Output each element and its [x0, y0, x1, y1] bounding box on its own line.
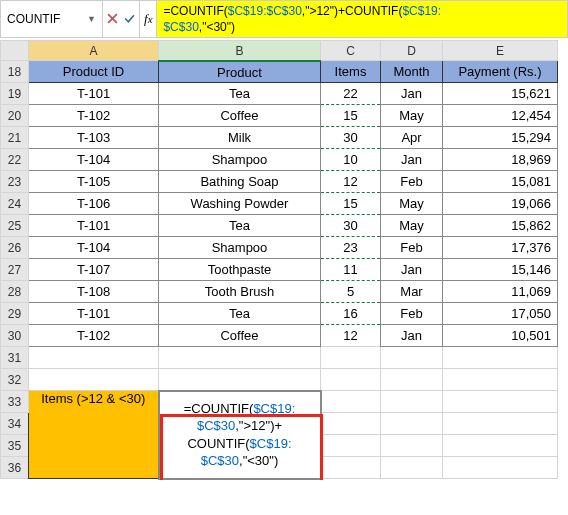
data-cell[interactable]: Bathing Soap [159, 171, 321, 193]
header-cell[interactable]: Month [381, 61, 443, 83]
data-cell[interactable]: Feb [381, 171, 443, 193]
label-cell[interactable]: Items (>12 & <30) [29, 391, 159, 479]
row-header[interactable]: 29 [1, 303, 29, 325]
data-cell[interactable]: T-108 [29, 281, 159, 303]
name-box[interactable]: COUNTIF ▼ [1, 1, 103, 37]
data-cell[interactable]: T-103 [29, 127, 159, 149]
row-header[interactable]: 21 [1, 127, 29, 149]
data-cell[interactable]: May [381, 193, 443, 215]
data-cell[interactable]: Washing Powder [159, 193, 321, 215]
data-cell[interactable]: Apr [381, 127, 443, 149]
header-cell[interactable]: Product ID [29, 61, 159, 83]
data-cell[interactable]: T-104 [29, 149, 159, 171]
data-cell[interactable]: T-101 [29, 303, 159, 325]
data-cell[interactable]: T-101 [29, 215, 159, 237]
data-cell[interactable]: 15,081 [443, 171, 558, 193]
header-cell[interactable]: Payment (Rs.) [443, 61, 558, 83]
data-cell[interactable]: Jan [381, 149, 443, 171]
row-header[interactable]: 33 [1, 391, 29, 413]
data-cell[interactable]: 12 [321, 171, 381, 193]
data-cell[interactable]: 11,069 [443, 281, 558, 303]
header-cell[interactable]: Items [321, 61, 381, 83]
data-cell[interactable]: 5 [321, 281, 381, 303]
row-header[interactable]: 34 [1, 413, 29, 435]
col-header-E[interactable]: E [443, 41, 558, 61]
data-cell[interactable]: 15,862 [443, 215, 558, 237]
data-cell[interactable]: T-105 [29, 171, 159, 193]
data-cell[interactable]: 15,294 [443, 127, 558, 149]
row-header[interactable]: 28 [1, 281, 29, 303]
row-header[interactable]: 20 [1, 105, 29, 127]
row-header[interactable]: 25 [1, 215, 29, 237]
row-header[interactable]: 26 [1, 237, 29, 259]
data-cell[interactable]: 15,621 [443, 83, 558, 105]
data-cell[interactable]: May [381, 105, 443, 127]
row-header[interactable]: 32 [1, 369, 29, 391]
data-cell[interactable]: 15 [321, 105, 381, 127]
data-cell[interactable]: Feb [381, 303, 443, 325]
data-cell[interactable]: Tooth Brush [159, 281, 321, 303]
data-cell[interactable]: Jan [381, 83, 443, 105]
row-header[interactable]: 30 [1, 325, 29, 347]
name-box-dropdown-icon[interactable]: ▼ [87, 14, 96, 24]
row-header[interactable]: 35 [1, 435, 29, 457]
data-cell[interactable]: 30 [321, 215, 381, 237]
data-cell[interactable]: Coffee [159, 105, 321, 127]
data-cell[interactable]: T-102 [29, 325, 159, 347]
data-cell[interactable]: Milk [159, 127, 321, 149]
data-cell[interactable]: Mar [381, 281, 443, 303]
formula-input[interactable]: =COUNTIF($C$19:$C$30,">12")+COUNTIF($C$1… [157, 1, 567, 37]
row-header[interactable]: 22 [1, 149, 29, 171]
data-cell[interactable]: 17,050 [443, 303, 558, 325]
cancel-icon[interactable] [107, 12, 118, 27]
data-cell[interactable]: T-106 [29, 193, 159, 215]
data-cell[interactable]: T-102 [29, 105, 159, 127]
col-header-C[interactable]: C [321, 41, 381, 61]
data-cell[interactable]: Tea [159, 303, 321, 325]
data-cell[interactable]: 11 [321, 259, 381, 281]
spreadsheet-grid[interactable]: A B C D E 18 Product ID Product Items Mo… [0, 40, 558, 480]
data-cell[interactable]: 18,969 [443, 149, 558, 171]
data-cell[interactable]: Coffee [159, 325, 321, 347]
enter-icon[interactable] [124, 12, 135, 27]
data-cell[interactable]: 16 [321, 303, 381, 325]
data-cell[interactable]: Jan [381, 325, 443, 347]
row-header[interactable]: 36 [1, 457, 29, 479]
row-header[interactable]: 23 [1, 171, 29, 193]
data-cell[interactable]: T-107 [29, 259, 159, 281]
corner-cell[interactable] [1, 41, 29, 61]
data-cell[interactable]: 15,146 [443, 259, 558, 281]
name-box-value: COUNTIF [7, 12, 60, 26]
col-header-A[interactable]: A [29, 41, 159, 61]
data-cell[interactable]: 10,501 [443, 325, 558, 347]
row-header[interactable]: 24 [1, 193, 29, 215]
row-header[interactable]: 31 [1, 347, 29, 369]
data-cell[interactable]: Jan [381, 259, 443, 281]
data-cell[interactable]: 12,454 [443, 105, 558, 127]
data-cell[interactable]: T-101 [29, 83, 159, 105]
data-cell[interactable]: T-104 [29, 237, 159, 259]
data-cell[interactable]: 23 [321, 237, 381, 259]
row-header[interactable]: 18 [1, 61, 29, 83]
data-cell[interactable]: 17,376 [443, 237, 558, 259]
col-header-D[interactable]: D [381, 41, 443, 61]
data-cell[interactable]: 22 [321, 83, 381, 105]
data-cell[interactable]: 15 [321, 193, 381, 215]
formula-display-cell[interactable]: =COUNTIF($C$19: $C$30,">12")+ COUNTIF($C… [159, 391, 321, 479]
data-cell[interactable]: 12 [321, 325, 381, 347]
row-header[interactable]: 19 [1, 83, 29, 105]
data-cell[interactable]: 19,066 [443, 193, 558, 215]
header-cell[interactable]: Product [159, 61, 321, 83]
data-cell[interactable]: Tea [159, 83, 321, 105]
data-cell[interactable]: May [381, 215, 443, 237]
data-cell[interactable]: 10 [321, 149, 381, 171]
data-cell[interactable]: 30 [321, 127, 381, 149]
col-header-B[interactable]: B [159, 41, 321, 61]
fx-icon[interactable]: fx [140, 1, 157, 37]
data-cell[interactable]: Toothpaste [159, 259, 321, 281]
data-cell[interactable]: Tea [159, 215, 321, 237]
data-cell[interactable]: Shampoo [159, 237, 321, 259]
row-header[interactable]: 27 [1, 259, 29, 281]
data-cell[interactable]: Feb [381, 237, 443, 259]
data-cell[interactable]: Shampoo [159, 149, 321, 171]
